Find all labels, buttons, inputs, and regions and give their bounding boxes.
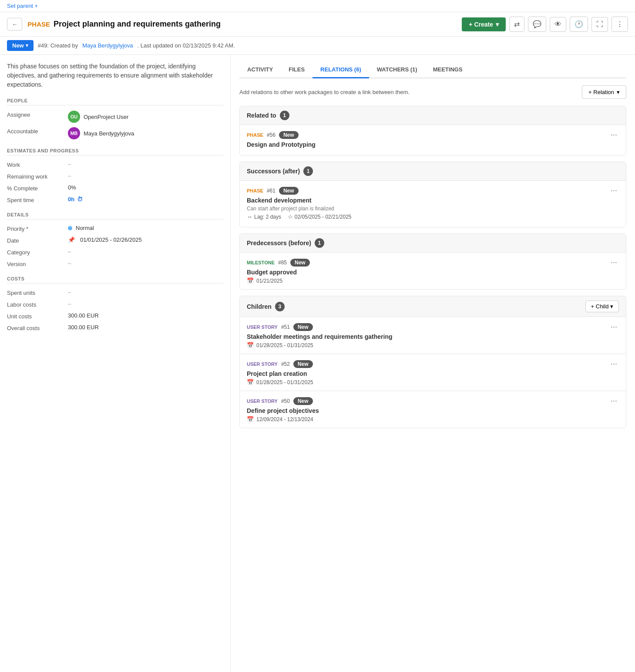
percent-complete-row: % Complete 0% [7, 184, 223, 192]
accountable-row: Accountable MB Maya Berdygylyjova [7, 127, 223, 139]
new-status-label: New [12, 42, 24, 49]
relation-group-title-1: Successors (after) [247, 168, 300, 175]
relation-item: MILESTONE#85New···Budget approved📅01/21/… [240, 252, 626, 289]
overall-costs-label: Overall costs [7, 324, 68, 331]
spent-units-value: – [68, 289, 223, 295]
relation-btn-chevron: ▾ [617, 89, 620, 95]
relation-count-badge-3: 3 [275, 302, 285, 311]
cal-icon: 📅 [247, 379, 254, 385]
version-value: – [68, 260, 223, 267]
add-child-button[interactable]: + Child ▾ [585, 301, 619, 312]
overall-costs-value: 300.00 EUR [68, 324, 223, 331]
work-row: Work – [7, 161, 223, 168]
relation-group-header-2: Predecessors (before)1 [240, 234, 626, 252]
relation-more-button[interactable]: ··· [609, 322, 619, 331]
create-button[interactable]: + Create ▾ [462, 17, 506, 31]
header: ← PHASE Project planning and requirement… [0, 12, 635, 37]
accountable-value: MB Maya Berdygylyjova [68, 127, 223, 139]
priority-dot [68, 226, 72, 230]
clock-icon: ⏱ [77, 196, 83, 203]
version-label: Version [7, 260, 68, 267]
relation-type-label: USER STORY [247, 361, 278, 367]
relation-title[interactable]: Project plan creation [247, 370, 619, 377]
create-label: + Create [469, 21, 493, 28]
relation-group-2: Predecessors (before)1MILESTONE#85New···… [239, 233, 626, 290]
priority-row: Priority * Normal [7, 225, 223, 232]
category-value: – [68, 248, 223, 255]
clock-button[interactable]: 🕐 [570, 17, 588, 32]
relation-group-3: Children3+ Child ▾USER STORY#51New···Sta… [239, 296, 626, 428]
tab-meetings[interactable]: MEETINGS [425, 62, 470, 78]
relation-item: PHASE#56New···Design and Prototyping [240, 125, 626, 155]
remaining-work-value: – [68, 172, 223, 179]
unit-costs-label: Unit costs [7, 312, 68, 320]
relation-more-button[interactable]: ··· [609, 396, 619, 405]
last-updated: . Last updated on 02/13/2025 9:42 AM. [138, 42, 235, 49]
new-status-button[interactable]: New ▾ [7, 40, 34, 51]
remaining-work-row: Remaining work – [7, 172, 223, 180]
spent-time-amount: 0h [68, 196, 74, 203]
date-label: Date [7, 236, 68, 244]
fullscreen-button[interactable]: ⛶ [591, 17, 608, 32]
tab-files[interactable]: FILES [281, 62, 312, 78]
status-badge: New [293, 397, 313, 405]
remaining-work-label: Remaining work [7, 172, 68, 180]
relation-dates: 📅12/09/2024 - 12/13/2024 [247, 416, 619, 422]
assignee-row: Assignee OU OpenProject User [7, 111, 223, 123]
add-relation-button[interactable]: + Relation ▾ [582, 85, 626, 99]
spent-time-row: Spent time 0h ⏱ [7, 196, 223, 203]
pin-icon: 📌 [68, 236, 75, 243]
relation-title[interactable]: Design and Prototyping [247, 141, 619, 148]
main-content: This phase focuses on setting the founda… [0, 55, 635, 672]
assignee-avatar: OU [68, 111, 80, 123]
percent-complete-label: % Complete [7, 184, 68, 192]
relation-type-label: PHASE [247, 132, 263, 138]
tab-watchers1[interactable]: WATCHERS (1) [369, 62, 425, 78]
status-badge: New [290, 259, 310, 267]
percent-complete-value: 0% [68, 184, 223, 191]
set-parent-link[interactable]: Set parent + [7, 3, 38, 9]
back-button[interactable]: ← [7, 18, 22, 30]
priority-label: Priority * [7, 225, 68, 232]
status-badge: New [279, 131, 299, 139]
relation-more-button[interactable]: ··· [609, 258, 619, 267]
spent-units-label: Spent units [7, 289, 68, 296]
relation-group-title-3: Children [247, 303, 272, 310]
description-text: This phase focuses on setting the founda… [7, 62, 223, 89]
meta-text: #49: Created by [38, 42, 78, 49]
labor-costs-value: – [68, 301, 223, 307]
cal-icon: 📅 [247, 342, 254, 348]
relation-title[interactable]: Stakeholder meetings and requirements ga… [247, 333, 619, 340]
work-value: – [68, 161, 223, 167]
relation-group-header-3: Children3+ Child ▾ [240, 296, 626, 317]
eye-button[interactable]: 👁 [550, 17, 566, 32]
tab-relations6[interactable]: RELATIONS (6) [312, 62, 369, 78]
more-options-button[interactable]: ⋮ [611, 17, 628, 32]
relation-group-header-1: Successors (after)1 [240, 162, 626, 180]
status-badge: New [293, 323, 313, 331]
relation-lag: ↔ Lag: 2 days ☆ 02/05/2025 - 02/21/2025 [247, 213, 619, 220]
relation-title[interactable]: Define project objectives [247, 407, 619, 414]
details-section: DETAILS [7, 212, 223, 219]
relation-more-button[interactable]: ··· [609, 359, 619, 368]
relation-id: #52 [281, 361, 290, 367]
relation-more-button[interactable]: ··· [609, 130, 619, 139]
chat-button[interactable]: 💬 [528, 17, 546, 32]
share-button[interactable]: ⇄ [509, 17, 524, 32]
accountable-name: Maya Berdygylyjova [84, 130, 134, 137]
new-status-chevron: ▾ [26, 43, 28, 48]
create-chevron: ▾ [496, 21, 499, 28]
assignee-name: OpenProject User [84, 114, 128, 120]
accountable-avatar: MB [68, 127, 80, 139]
unit-costs-value: 300.00 EUR [68, 312, 223, 319]
relation-item: USER STORY#52New···Project plan creation… [240, 354, 626, 391]
relation-more-button[interactable]: ··· [609, 186, 619, 195]
relation-type-label: USER STORY [247, 324, 278, 330]
tab-activity[interactable]: ACTIVITY [239, 62, 281, 78]
author-link[interactable]: Maya Berdygylyjova [82, 42, 133, 49]
relation-item: USER STORY#51New···Stakeholder meetings … [240, 317, 626, 354]
spent-time-value: 0h ⏱ [68, 196, 223, 203]
relation-title[interactable]: Budget approved [247, 269, 619, 276]
relation-count-badge-0: 1 [280, 111, 289, 120]
relation-title[interactable]: Backend development [247, 197, 619, 204]
